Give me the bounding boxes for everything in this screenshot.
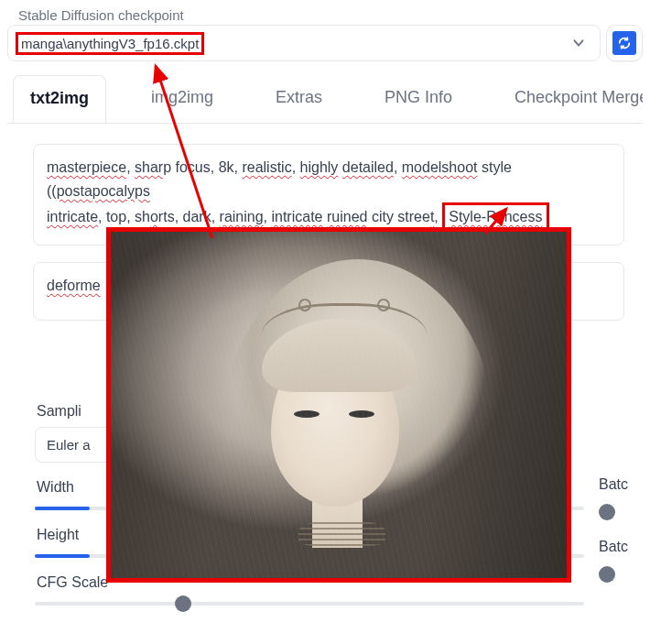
portrait-illustration [111, 232, 567, 578]
tab-pnginfo[interactable]: PNG Info [367, 74, 470, 123]
generated-image-overlay [106, 227, 571, 583]
refresh-icon [612, 31, 636, 55]
tab-extras[interactable]: Extras [258, 74, 340, 123]
batch-count-slider-thumb[interactable] [599, 504, 615, 520]
checkpoint-select[interactable]: manga\anythingV3_fp16.ckpt [7, 25, 601, 61]
chevron-down-icon [570, 35, 587, 51]
batch-column: Batc Batc [599, 476, 650, 601]
checkpoint-label: Stable Diffusion checkpoint [7, 7, 643, 25]
checkpoint-value: manga\anythingV3_fp16.ckpt [16, 32, 204, 55]
tab-img2img[interactable]: img2img [134, 74, 231, 123]
main-tabs: txt2img img2img Extras PNG Info Checkpoi… [7, 74, 643, 124]
tab-txt2img[interactable]: txt2img [13, 75, 106, 124]
tab-checkpoint-merger[interactable]: Checkpoint Merger [497, 74, 643, 123]
batch-size-label: Batc [599, 539, 650, 555]
batch-size-slider-thumb[interactable] [599, 566, 615, 583]
batch-count-label: Batc [599, 476, 650, 493]
refresh-button[interactable] [606, 25, 643, 61]
cfg-slider[interactable] [35, 602, 584, 606]
